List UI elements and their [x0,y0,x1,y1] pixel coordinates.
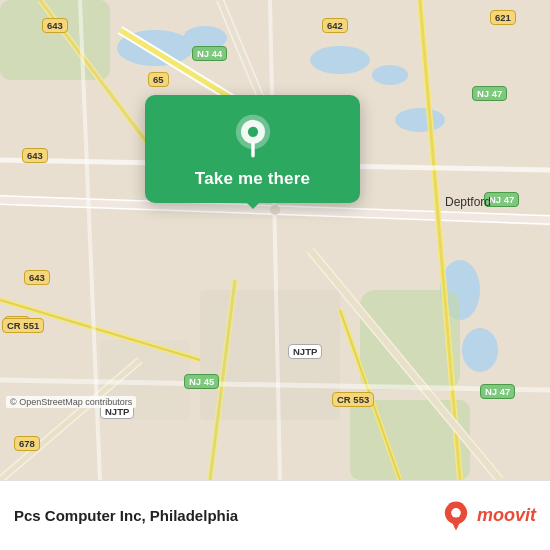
svg-point-37 [270,205,280,215]
popup-card[interactable]: Take me there [145,95,360,203]
route-badge-cr553: CR 553 [332,392,374,407]
moovit-text: moovit [477,505,536,526]
route-badge-nj47a: NJ 47 [472,86,507,101]
route-badge-nj45: NJ 45 [184,374,219,389]
svg-point-4 [372,65,408,85]
route-badge-nj44: NJ 44 [192,46,227,61]
svg-point-3 [310,46,370,74]
location-info: Pcs Computer Inc, Philadelphia [14,507,238,524]
map-container: Deptford 643 643 643 643 621 642 NJ 44 N… [0,0,550,480]
route-badge-65: 65 [148,72,169,87]
moovit-logo: moovit [440,500,536,532]
take-me-there-label: Take me there [195,169,310,189]
location-name: Pcs Computer Inc, Philadelphia [14,507,238,524]
route-badge-643b: 643 [22,148,48,163]
route-badge-642: 642 [322,18,348,33]
route-badge-678: 678 [14,436,40,451]
map-svg [0,0,550,480]
svg-marker-46 [451,520,461,530]
deptford-label: Deptford [445,195,491,209]
route-badge-njtp1: NJTP [288,344,322,359]
svg-point-45 [451,508,461,518]
osm-attribution: © OpenStreetMap contributors [6,396,136,408]
route-badge-nj47c: NJ 47 [480,384,515,399]
route-badge-621: 621 [490,10,516,25]
route-badge-643c: 643 [24,270,50,285]
svg-point-42 [247,127,257,137]
bottom-bar: Pcs Computer Inc, Philadelphia moovit [0,480,550,550]
route-badge-cr551: CR 551 [2,318,44,333]
route-badge-643a: 643 [42,18,68,33]
moovit-icon [440,500,472,532]
location-pin-icon [229,113,277,161]
svg-point-5 [395,108,445,132]
svg-point-7 [462,328,498,372]
